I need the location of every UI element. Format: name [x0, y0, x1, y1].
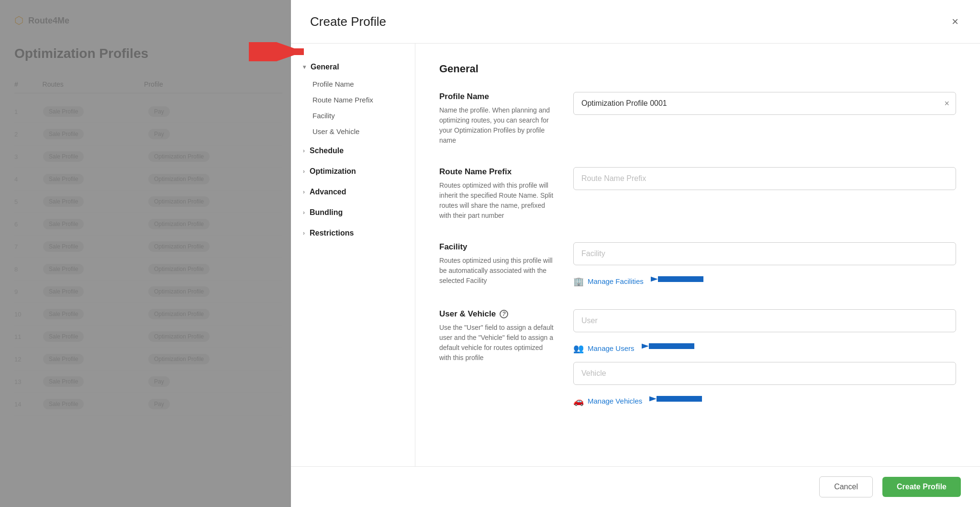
- nav-restrictions-label: Restrictions: [310, 229, 354, 237]
- user-vehicle-label: User & Vehicle ?: [439, 309, 554, 319]
- nav-section-advanced: › Advanced: [291, 183, 415, 201]
- chevron-down-icon: ▾: [303, 64, 306, 70]
- user-vehicle-row: User & Vehicle ? Use the "User" field to…: [439, 309, 956, 407]
- modal-nav: ▾ General Profile Name Route Name Prefix…: [291, 44, 415, 466]
- manage-vehicles-link[interactable]: 🚗 Manage Vehicles: [573, 396, 642, 406]
- nav-item-user-vehicle[interactable]: User & Vehicle: [301, 124, 415, 139]
- modal-main-content: General Profile Name Name the profile. W…: [415, 44, 980, 466]
- manage-users-label: Manage Users: [588, 344, 635, 352]
- facility-desc: Routes optimized using this profile will…: [439, 256, 554, 286]
- nav-section-schedule: › Schedule: [291, 142, 415, 160]
- route-name-prefix-desc: Routes optimized with this profile will …: [439, 180, 554, 221]
- user-input-wrapper: [573, 309, 956, 332]
- nav-section-optimization-header[interactable]: › Optimization: [291, 162, 415, 180]
- manage-users-link[interactable]: 👥 Manage Users: [573, 343, 635, 354]
- chevron-right-icon: ›: [303, 147, 305, 154]
- nav-section-bundling-header[interactable]: › Bundling: [291, 203, 415, 222]
- profile-name-desc: Name the profile. When planning and opti…: [439, 105, 554, 146]
- facility-input[interactable]: [573, 242, 956, 265]
- nav-section-advanced-header[interactable]: › Advanced: [291, 183, 415, 201]
- chevron-right-icon: ›: [303, 209, 305, 216]
- profile-name-label: Profile Name: [439, 92, 554, 101]
- nav-general-subitems: Profile Name Route Name Prefix Facility …: [291, 76, 415, 139]
- close-button[interactable]: ×: [949, 13, 961, 30]
- manage-facilities-label: Manage Facilities: [588, 277, 644, 285]
- route-name-prefix-label-block: Route Name Prefix Routes optimized with …: [439, 167, 554, 221]
- profile-name-input-wrapper: ×: [573, 92, 956, 115]
- modal-body: ▾ General Profile Name Route Name Prefix…: [291, 44, 980, 466]
- route-name-prefix-label: Route Name Prefix: [439, 167, 554, 177]
- nav-advanced-label: Advanced: [310, 188, 346, 196]
- nav-schedule-label: Schedule: [310, 146, 344, 155]
- facility-label-block: Facility Routes optimized using this pro…: [439, 242, 554, 286]
- chevron-right-icon: ›: [303, 230, 305, 237]
- manage-users-icon: 👥: [573, 343, 584, 354]
- blue-arrow-users: [642, 338, 694, 355]
- nav-section-schedule-header[interactable]: › Schedule: [291, 142, 415, 160]
- nav-item-route-name-prefix[interactable]: Route Name Prefix: [301, 92, 415, 108]
- cancel-button[interactable]: Cancel: [819, 476, 873, 497]
- profile-name-inputs: ×: [573, 92, 956, 121]
- red-arrow-annotation: [249, 42, 311, 61]
- profile-name-label-block: Profile Name Name the profile. When plan…: [439, 92, 554, 146]
- user-vehicle-label-block: User & Vehicle ? Use the "User" field to…: [439, 309, 554, 363]
- nav-optimization-label: Optimization: [310, 167, 356, 176]
- user-vehicle-desc: Use the "User" field to assign a default…: [439, 323, 554, 363]
- create-profile-button[interactable]: Create Profile: [882, 477, 961, 497]
- nav-section-optimization: › Optimization: [291, 162, 415, 180]
- facility-input-wrapper: [573, 242, 956, 265]
- chevron-right-icon: ›: [303, 189, 305, 195]
- route-name-prefix-row: Route Name Prefix Routes optimized with …: [439, 167, 956, 221]
- nav-section-restrictions: › Restrictions: [291, 224, 415, 242]
- nav-section-bundling: › Bundling: [291, 203, 415, 222]
- nav-general-label: General: [311, 63, 339, 71]
- facility-inputs: 🏢 Manage Facilities: [573, 242, 956, 288]
- modal-header: Create Profile ×: [291, 0, 980, 44]
- manage-vehicles-label: Manage Vehicles: [588, 397, 642, 405]
- modal-title: Create Profile: [310, 14, 386, 29]
- route-name-prefix-input-wrapper: [573, 167, 956, 190]
- manage-facilities-link[interactable]: 🏢 Manage Facilities: [573, 276, 644, 287]
- nav-section-general: ▾ General Profile Name Route Name Prefix…: [291, 58, 415, 139]
- profile-name-row: Profile Name Name the profile. When plan…: [439, 92, 956, 146]
- modal-footer: Cancel Create Profile: [291, 466, 980, 507]
- nav-item-facility[interactable]: Facility: [301, 108, 415, 124]
- route-name-prefix-inputs: [573, 167, 956, 196]
- vehicle-input-wrapper: [573, 362, 956, 385]
- facility-row: Facility Routes optimized using this pro…: [439, 242, 956, 288]
- route-name-prefix-input[interactable]: [573, 167, 956, 190]
- profile-name-input[interactable]: [573, 92, 956, 115]
- vehicle-input[interactable]: [573, 362, 956, 385]
- user-vehicle-inputs: 👥 Manage Users: [573, 309, 956, 407]
- blue-arrow-facilities: [651, 271, 703, 288]
- nav-section-restrictions-header[interactable]: › Restrictions: [291, 224, 415, 242]
- create-profile-modal: Create Profile × ▾ General Profile Name …: [291, 0, 980, 507]
- chevron-right-icon: ›: [303, 168, 305, 175]
- manage-facilities-icon: 🏢: [573, 276, 584, 287]
- content-section-title: General: [439, 63, 956, 75]
- nav-bundling-label: Bundling: [310, 208, 343, 217]
- facility-label: Facility: [439, 242, 554, 252]
- blue-arrow-vehicles: [649, 391, 702, 407]
- profile-name-clear-icon[interactable]: ×: [944, 99, 949, 109]
- user-vehicle-help-icon: ?: [500, 310, 508, 318]
- user-input[interactable]: [573, 309, 956, 332]
- nav-item-profile-name[interactable]: Profile Name: [301, 76, 415, 92]
- manage-vehicles-icon: 🚗: [573, 396, 584, 406]
